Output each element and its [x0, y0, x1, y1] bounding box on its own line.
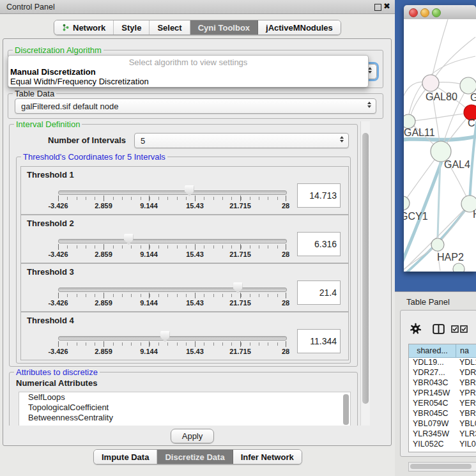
list-item[interactable]: TopologicalCoefficient — [19, 403, 350, 413]
network-canvas[interactable]: GAL80GCGAL11GAL4GCY1HHAP2 — [404, 19, 476, 272]
network-node-label: GAL11 — [404, 127, 435, 138]
table-row[interactable]: YPR145WYPR1 — [409, 388, 476, 399]
table-cell: YPR145W — [409, 388, 456, 399]
tick-label: 9.144 — [140, 299, 158, 307]
tick-label: 2.859 — [95, 348, 112, 355]
threshold-3-box: Threshold 3 -3.426 2.859 9.144 15.43 21.… — [20, 263, 349, 312]
tick-label: 21.715 — [229, 348, 251, 355]
table-panel-title: Table Panel — [406, 297, 450, 307]
columns-icon[interactable] — [433, 324, 445, 334]
algorithm-option-manual[interactable]: Manual Discretization — [10, 67, 96, 77]
threshold-slider-track[interactable] — [58, 190, 287, 195]
interval-definition-group: Interval Definition Number of Intervals … — [9, 124, 358, 367]
list-scrollbar[interactable] — [343, 394, 349, 425]
zoom-traffic-light-icon[interactable] — [432, 8, 441, 17]
table-row[interactable]: YDR27...YDR2 — [409, 368, 476, 378]
algorithm-popup-hint: Select algorithm to view settings — [8, 58, 368, 67]
tick-label: 9.144 — [140, 202, 158, 210]
control-panel-title: Control Panel — [6, 3, 55, 12]
thresholds-group: Threshold's Coordinates for 5 Intervals … — [16, 157, 351, 364]
tick-label: -3.426 — [48, 202, 68, 210]
table-data-group-label: Table Data — [13, 89, 56, 98]
number-of-intervals-label: Number of Intervals — [48, 135, 126, 145]
scrollbar-thumb[interactable] — [362, 133, 369, 404]
table-row[interactable]: YBR045CYBR0 — [409, 409, 476, 419]
tab-jactivemnodules[interactable]: jActiveMNodules — [258, 20, 341, 35]
tab-network[interactable]: Network — [54, 20, 114, 35]
threshold-value-field[interactable]: 6.316 — [297, 232, 341, 256]
table-cell: YBL0 — [456, 419, 476, 429]
float-window-icon[interactable] — [374, 4, 381, 11]
network-node[interactable] — [453, 263, 464, 272]
list-item[interactable]: BetweennessCentrality — [19, 413, 350, 423]
number-of-intervals-value: 5 — [141, 136, 145, 146]
tab-infer-network[interactable]: Infer Network — [233, 450, 302, 464]
tab-label: Style — [121, 23, 141, 33]
tab-label: Cyni Toolbox — [198, 23, 250, 33]
tab-cyni-toolbox[interactable]: Cyni Toolbox — [190, 20, 258, 35]
network-node[interactable] — [431, 238, 444, 251]
minimize-traffic-light-icon[interactable] — [420, 8, 429, 17]
tick-label: 21.715 — [229, 299, 251, 307]
table-horizontal-scrollbar[interactable] — [408, 462, 476, 472]
threshold-value: 6.316 — [314, 239, 337, 249]
column-header-shared-name[interactable]: shared... — [409, 344, 456, 357]
tab-select[interactable]: Select — [150, 20, 190, 35]
network-icon — [62, 24, 70, 31]
tab-label: jActiveMNodules — [266, 23, 333, 33]
list-item[interactable]: SelfLoops — [19, 392, 350, 403]
table-cell: YDR2 — [456, 368, 476, 378]
table-row[interactable]: YER054CYER0 — [409, 399, 476, 409]
combo-stepper-icon — [340, 136, 344, 142]
network-window-titlebar[interactable] — [404, 5, 476, 20]
tab-impute-data[interactable]: Impute Data — [94, 450, 157, 464]
table-row[interactable]: YLR345WYLR3 — [409, 429, 476, 440]
network-node-label: H — [473, 209, 476, 220]
table-row[interactable]: YDL19...YDL1 — [409, 358, 476, 368]
node-table: shared... na YDL19...YDL1YDR27...YDR2YBR… — [408, 344, 476, 452]
threshold-slider-track[interactable] — [58, 288, 287, 292]
screen: Control Panel ✖ Network Style Select Cyn… — [0, 0, 476, 476]
settings-scrollbar[interactable] — [360, 121, 370, 426]
threshold-slider-track[interactable] — [58, 239, 287, 243]
thresholds-group-label: Threshold's Coordinates for 5 Intervals — [21, 152, 167, 162]
attributes-group-label: Attributes to discretize — [14, 367, 100, 377]
tick-label: 28 — [282, 348, 289, 355]
table-row[interactable]: YBR043CYBR0 — [409, 378, 476, 388]
table-cell: YBR0 — [456, 409, 476, 419]
table-data-combobox[interactable]: galFiltered.sif default node — [15, 98, 376, 114]
table-data-group: Table Data galFiltered.sif default node — [8, 93, 383, 119]
close-traffic-light-icon[interactable] — [409, 8, 418, 17]
network-node[interactable] — [422, 75, 439, 91]
tab-discretize-data[interactable]: Discretize Data — [157, 450, 233, 464]
threshold-title: Threshold 1 — [27, 170, 74, 180]
table-row[interactable]: YIL052CYIL0 — [409, 440, 476, 450]
tab-label: Infer Network — [241, 452, 294, 462]
checkbox-icon[interactable] — [451, 325, 459, 333]
tick-label: 15.43 — [186, 348, 204, 355]
apply-button[interactable]: Apply — [171, 429, 214, 443]
table-row[interactable]: YBL079WYBL0 — [409, 419, 476, 429]
apply-button-label: Apply — [182, 431, 203, 441]
tick-label: 15.43 — [186, 299, 204, 307]
table-cell: YBR045C — [409, 409, 456, 419]
network-node[interactable] — [404, 114, 415, 128]
tick-label: 9.144 — [140, 250, 158, 258]
threshold-value-field[interactable]: 11.344 — [297, 329, 341, 353]
number-of-intervals-combobox[interactable]: 5 — [134, 133, 349, 148]
checkbox-icon[interactable] — [460, 325, 468, 333]
algorithm-option-equal-width[interactable]: Equal Width/Frequency Discretization — [10, 77, 149, 86]
network-window[interactable]: GAL80GCGAL11GAL4GCY1HHAP2 — [404, 5, 476, 272]
threshold-title: Threshold 3 — [27, 267, 74, 277]
threshold-slider-track[interactable] — [58, 336, 287, 341]
discretization-algorithm-group-label: Discretization Algorithm — [13, 45, 104, 55]
tab-style[interactable]: Style — [114, 20, 150, 35]
threshold-value-field[interactable]: 14.713 — [297, 183, 341, 208]
network-node[interactable] — [404, 196, 410, 210]
gear-icon[interactable] — [410, 323, 422, 335]
column-header-name[interactable]: na — [456, 344, 476, 357]
scrollbar-thumb[interactable] — [410, 464, 472, 469]
threshold-value-field[interactable]: 21.4 — [297, 280, 341, 305]
numerical-attributes-list[interactable]: SelfLoops TopologicalCoefficient Between… — [19, 392, 351, 426]
close-icon[interactable]: ✖ — [383, 1, 390, 11]
